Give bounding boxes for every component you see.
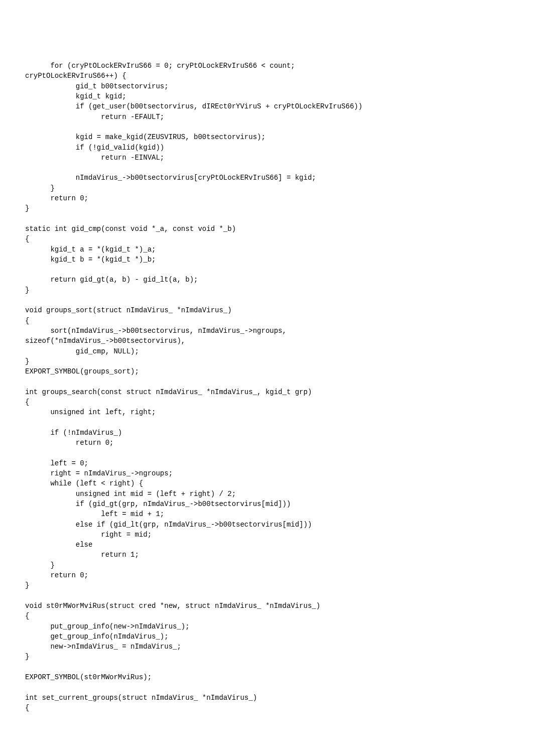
- code-content: for (cryPtOLockERvIruS66 = 0; cryPtOLock…: [25, 61, 508, 713]
